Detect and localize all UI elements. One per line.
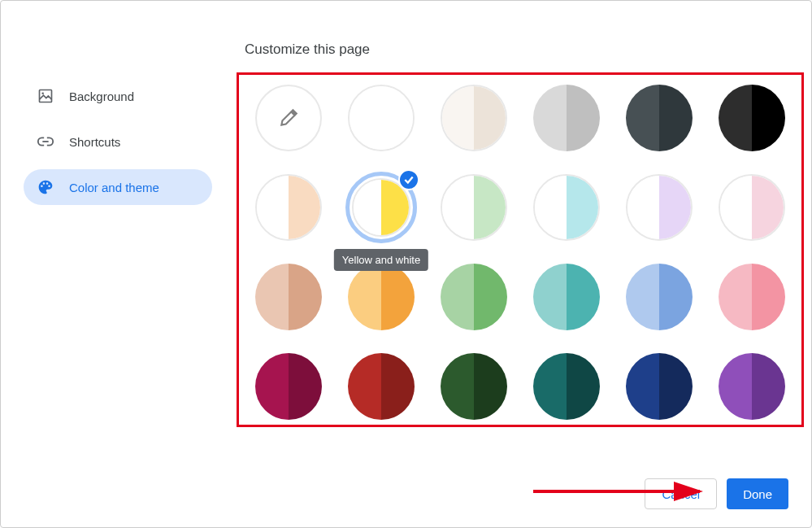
link-icon <box>37 133 54 151</box>
color-swatch[interactable] <box>533 353 600 420</box>
sidebar-item-color-theme[interactable]: Color and theme <box>24 169 212 205</box>
color-swatch[interactable] <box>626 353 693 420</box>
color-swatch[interactable] <box>348 264 415 330</box>
color-swatch[interactable] <box>626 264 693 330</box>
color-swatch[interactable] <box>626 174 693 241</box>
color-swatch[interactable] <box>348 353 415 420</box>
color-swatch[interactable] <box>533 264 600 330</box>
color-swatch[interactable]: Yellow and white <box>348 174 415 241</box>
dialog-footer: Cancel Done <box>1 465 811 527</box>
image-icon <box>37 87 54 105</box>
color-grid: Yellow and white <box>254 85 787 420</box>
color-swatch[interactable] <box>441 353 507 420</box>
sidebar-item-label: Shortcuts <box>69 135 120 149</box>
sidebar-item-label: Color and theme <box>69 181 159 194</box>
color-swatch[interactable] <box>348 85 415 151</box>
color-swatch[interactable] <box>441 174 507 241</box>
cancel-button[interactable]: Cancel <box>645 478 717 509</box>
customize-dialog: Background Shortcuts C <box>0 0 812 528</box>
color-swatch[interactable] <box>719 85 785 151</box>
eyedropper-icon <box>278 107 299 129</box>
dialog-body: Background Shortcuts C <box>1 1 811 465</box>
color-swatch[interactable] <box>441 85 507 151</box>
svg-rect-0 <box>40 90 52 103</box>
color-swatch[interactable] <box>626 85 693 151</box>
selected-check-icon <box>398 169 419 190</box>
swatch-tooltip: Yellow and white <box>334 249 428 271</box>
sidebar-item-shortcuts[interactable]: Shortcuts <box>24 124 212 159</box>
color-swatch[interactable] <box>255 174 322 241</box>
page-title: Customize this page <box>245 41 804 58</box>
color-picker-swatch[interactable] <box>255 85 322 151</box>
color-swatch[interactable] <box>719 174 785 241</box>
color-swatch[interactable] <box>533 174 600 241</box>
color-swatch[interactable] <box>255 264 322 330</box>
sidebar-item-background[interactable]: Background <box>24 78 212 114</box>
palette-icon <box>37 178 54 196</box>
color-swatch[interactable] <box>441 264 507 330</box>
done-button[interactable]: Done <box>727 478 788 509</box>
sidebar: Background Shortcuts C <box>1 1 228 465</box>
annotation-highlight-box: Yellow and white <box>237 72 804 427</box>
main-panel: Customize this page Yellow and white <box>228 1 811 465</box>
color-swatch[interactable] <box>533 85 600 151</box>
svg-point-1 <box>41 92 44 94</box>
color-swatch[interactable] <box>719 353 785 420</box>
color-swatch[interactable] <box>719 264 785 330</box>
color-swatch[interactable] <box>255 353 322 420</box>
sidebar-item-label: Background <box>69 89 134 103</box>
